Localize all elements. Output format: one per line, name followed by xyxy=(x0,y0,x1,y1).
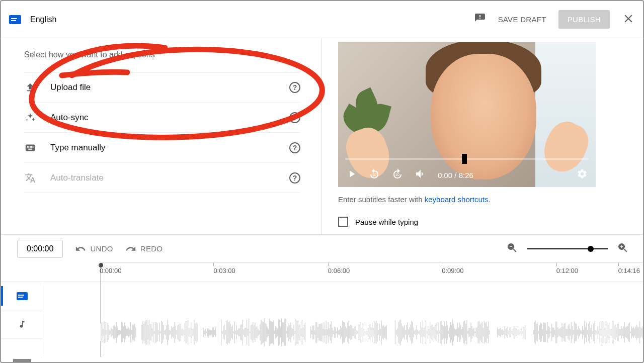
rewind-10-icon[interactable]: 10 xyxy=(368,168,380,182)
svg-rect-140 xyxy=(257,326,257,338)
keyboard-shortcuts-link[interactable]: keyboard shortcuts xyxy=(425,195,489,204)
svg-rect-475 xyxy=(626,327,626,338)
video-player[interactable]: 10 10 0:00 / 8:26 xyxy=(338,42,596,187)
help-icon[interactable]: ? xyxy=(289,82,300,93)
svg-rect-112 xyxy=(228,322,228,342)
svg-rect-424 xyxy=(574,321,575,343)
svg-rect-32 xyxy=(131,330,132,334)
svg-rect-67 xyxy=(172,328,173,337)
svg-rect-328 xyxy=(461,329,462,335)
svg-rect-487 xyxy=(638,327,639,338)
svg-rect-280 xyxy=(412,322,413,343)
svg-rect-180 xyxy=(298,320,298,344)
svg-rect-392 xyxy=(541,323,542,341)
svg-rect-296 xyxy=(429,329,429,335)
captions-track-tab[interactable] xyxy=(1,282,43,310)
svg-rect-41 xyxy=(145,320,146,345)
svg-rect-425 xyxy=(575,323,576,341)
svg-rect-484 xyxy=(635,327,636,338)
svg-rect-275 xyxy=(407,322,408,342)
svg-rect-179 xyxy=(297,321,297,343)
svg-rect-43 xyxy=(148,325,148,340)
volume-icon[interactable] xyxy=(415,168,427,182)
svg-rect-189 xyxy=(311,330,312,334)
svg-rect-129 xyxy=(246,328,246,337)
feedback-icon[interactable] xyxy=(474,13,486,27)
svg-rect-316 xyxy=(449,328,450,337)
timeline-tracks[interactable] xyxy=(43,282,643,357)
help-icon[interactable]: ? xyxy=(289,142,300,153)
svg-rect-199 xyxy=(321,323,322,342)
svg-rect-399 xyxy=(548,326,549,338)
svg-rect-480 xyxy=(631,326,632,338)
svg-rect-161 xyxy=(278,319,279,345)
video-progress-bar[interactable] xyxy=(345,158,589,160)
svg-rect-116 xyxy=(232,325,232,340)
svg-rect-89 xyxy=(195,323,195,341)
pause-while-typing-checkbox[interactable] xyxy=(338,217,348,227)
svg-rect-272 xyxy=(404,325,405,339)
option-upload-file[interactable]: Upload file ? xyxy=(24,72,300,103)
svg-rect-233 xyxy=(356,330,357,334)
svg-rect-222 xyxy=(345,327,346,338)
svg-rect-434 xyxy=(584,321,585,344)
ruler-tick: 0:12:00 xyxy=(556,267,578,275)
close-icon[interactable] xyxy=(622,12,635,27)
svg-rect-453 xyxy=(604,322,604,343)
svg-rect-23 xyxy=(122,323,123,342)
svg-rect-26 xyxy=(125,325,126,339)
svg-rect-244 xyxy=(368,328,368,336)
help-icon[interactable]: ? xyxy=(289,172,300,184)
svg-rect-467 xyxy=(618,324,618,341)
help-icon[interactable]: ? xyxy=(289,112,300,123)
publish-button[interactable]: PUBLISH xyxy=(558,10,610,29)
save-draft-button[interactable]: SAVE DRAFT xyxy=(498,15,546,24)
svg-rect-163 xyxy=(280,327,281,337)
svg-rect-119 xyxy=(235,330,235,334)
svg-rect-146 xyxy=(263,322,263,343)
svg-rect-311 xyxy=(444,321,444,344)
timeline-ruler[interactable]: 0:00:000:03:000:06:000:09:000:12:000:14:… xyxy=(101,262,643,282)
svg-rect-197 xyxy=(319,324,320,341)
svg-rect-138 xyxy=(255,323,255,342)
option-type-manually[interactable]: Type manually ? xyxy=(24,133,300,163)
svg-rect-113 xyxy=(229,321,229,343)
timecode-input[interactable]: 0:00:00 xyxy=(17,240,63,258)
svg-rect-449 xyxy=(600,321,600,343)
svg-rect-305 xyxy=(438,322,438,343)
svg-rect-263 xyxy=(395,320,395,344)
option-auto-sync[interactable]: Auto-sync ? xyxy=(24,103,300,133)
svg-rect-444 xyxy=(594,321,595,344)
zoom-in-icon[interactable] xyxy=(617,242,629,256)
svg-rect-49 xyxy=(154,331,154,334)
svg-rect-38 xyxy=(142,321,143,343)
svg-rect-474 xyxy=(625,327,625,337)
forward-10-icon[interactable]: 10 xyxy=(391,168,404,182)
svg-rect-90 xyxy=(196,322,196,342)
svg-rect-341 xyxy=(474,331,475,333)
svg-rect-387 xyxy=(536,324,536,340)
zoom-out-icon[interactable] xyxy=(506,242,518,256)
svg-rect-128 xyxy=(245,328,245,337)
svg-rect-234 xyxy=(358,331,358,334)
svg-rect-488 xyxy=(639,321,640,343)
svg-rect-282 xyxy=(414,330,415,334)
svg-rect-143 xyxy=(260,324,260,340)
audio-track-tab[interactable] xyxy=(1,310,43,338)
settings-gear-icon[interactable] xyxy=(577,168,588,182)
svg-rect-27 xyxy=(126,329,127,336)
svg-rect-33 xyxy=(132,325,133,340)
svg-rect-317 xyxy=(450,322,451,342)
instruction-text: Select how you want to add captions xyxy=(24,50,300,59)
redo-button[interactable]: REDO xyxy=(125,243,163,254)
svg-rect-210 xyxy=(333,331,334,334)
svg-rect-465 xyxy=(616,327,616,338)
svg-rect-134 xyxy=(251,325,251,339)
svg-rect-188 xyxy=(310,326,311,338)
svg-rect-359 xyxy=(500,328,501,337)
play-icon[interactable] xyxy=(346,168,357,182)
zoom-slider[interactable] xyxy=(527,248,608,249)
svg-rect-350 xyxy=(484,321,485,344)
svg-rect-414 xyxy=(564,323,564,341)
undo-button[interactable]: UNDO xyxy=(75,243,113,254)
